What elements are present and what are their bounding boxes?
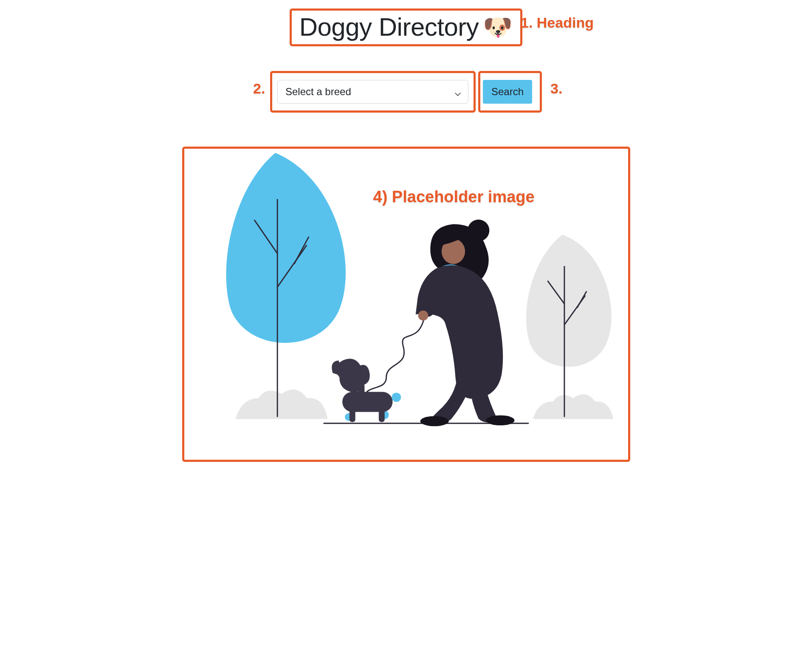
annotation-select: 2. (253, 80, 265, 97)
annotation-button: 3. (550, 80, 562, 97)
page-title-box: Doggy Directory 🐶 (290, 8, 523, 46)
search-button-box: Search (478, 71, 542, 113)
breed-select-box: Select a breed (270, 71, 476, 113)
svg-point-19 (420, 416, 448, 426)
search-button[interactable]: Search (483, 80, 532, 104)
svg-rect-13 (349, 408, 355, 422)
svg-point-11 (392, 393, 401, 402)
annotation-placeholder: 4) Placeholder image (373, 188, 535, 206)
svg-rect-14 (378, 408, 384, 422)
annotation-heading: 1. Heading (521, 14, 594, 31)
svg-point-18 (418, 311, 428, 321)
breed-select-placeholder: Select a breed (285, 86, 351, 98)
chevron-down-icon (454, 88, 461, 95)
page-title: Doggy Directory (299, 12, 479, 42)
placeholder-image-area: 4) Placeholder image (182, 147, 630, 462)
svg-point-20 (486, 415, 514, 425)
breed-select[interactable]: Select a breed (277, 80, 468, 104)
dog-face-icon: 🐶 (483, 15, 513, 39)
svg-rect-15 (358, 383, 364, 396)
